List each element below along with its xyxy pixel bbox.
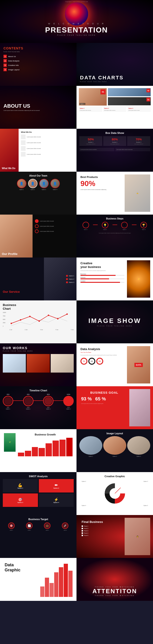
y-label-5: 10000 [3,312,9,313]
slide-imagelayout: Image Layout Option 1 Option 2 Option 3 [77,429,153,472]
ourprofile-title-wrapper: Our Profile [2,252,18,256]
service-option-2: Option 2 [66,278,74,280]
slide-image-options: 01 Option 1 02 03 [77,86,153,129]
boxdata-title: Box Data Show [79,132,150,134]
dg-bar-3 [50,583,54,597]
progress-label-2: Finance [80,277,124,278]
bizgrowth-title: Business Growth [18,433,73,436]
contents-text-3: Creative Info [8,64,19,66]
option-num-2: 02 [147,90,149,92]
bizsteps-title: Business Steps [79,217,150,220]
finalbiz-item-4: Point 4 [82,532,122,534]
service-option-label-1: Option 1 [69,275,74,276]
ourprofile-items: Lorem ipsum dolor sit amet Lorem ipsum d… [35,219,74,233]
bizgrowth-bars [18,438,73,456]
contents-text-1: About Us [8,56,16,58]
attention-sub: THANK YOU FOR WATCHING [92,595,137,596]
slide-ourservice: Our Service Option 1 Option 2 Option 3 [0,258,77,300]
aboutus-title: ABOUT US [4,103,40,109]
option-desc-text-3: Lorem ipsum dolor sit amet [128,110,150,111]
slide-datagraphic: Data Graphic [0,558,77,601]
slide-bestproducts: Best Products 90% Lorem ipsum dolor sit … [77,172,153,214]
steps-row: 👁 Option 1 💡 Option 2 ⚙ Option 3 🏆 Optio… [79,222,150,230]
tl-opt-1: Option 1 [6,408,10,410]
da-circle-2: 60% [88,358,95,365]
avatar-4: 👤 [51,179,60,188]
whatwedo-item-3: Lorem ipsum dolor sit amet [21,146,74,151]
tl-opt-4: Option 4 [66,408,71,410]
datagraphic-title: Data Graphic [5,562,37,572]
swot-t-label: Option 4 [54,502,59,503]
timeline-title: Timeline Chart [3,389,74,392]
bar-4 [39,448,45,456]
option-label-c: Option 3 [128,108,150,109]
ourprofile-right-panel: Lorem ipsum dolor sit amet Lorem ipsum d… [33,214,77,258]
avatar-1: 👤 [17,179,26,188]
il-labels: Option 1 Option 2 Option 3 [79,456,150,457]
ourworks-sub: PLACE YOUR TAGLINE HERE [3,350,74,352]
progress-3: Content [80,280,124,283]
avatar-img-3: 👤 [40,179,48,188]
swot-o-label: Option 3 [18,502,23,503]
hero-title-area: W E L C O M E T O O U R PRESENTATION PLA… [0,22,153,36]
ourprofile-left-panel: Our Profile [0,214,33,258]
step-2: 💡 Option 2 [99,222,111,230]
progress-bg-2 [80,278,124,279]
y-label-2: 2500 [3,322,9,324]
tl-item-1: 20% 2001 Option 1 [3,394,13,410]
option-label-1: Option 1 [80,103,85,105]
contents-text-2: Data Analysis [8,60,19,62]
target-icon-3: 💼 [44,522,51,529]
x-label-5: 5 Jan [71,329,74,330]
progress-fill-1 [80,275,116,276]
contents-num-2: 2 [4,59,7,62]
team-option-4: Option 4 [53,189,57,190]
bizchart-area: 10000 7500 5000 2500 0 1 Jan [3,312,74,330]
tl-percent-1: 20% [7,394,9,395]
aboutus-text: Lorem ipsum dolor sit amet consectetur a… [4,110,40,111]
option-desc-3: Option 3 Lorem ipsum dolor sit amet [127,107,151,112]
slide-creative: Creative your business Lorem ipsum dolor… [77,258,153,300]
box-stats: 50% Number 1 Lorem ipsum dolor sit 80% N… [79,136,150,146]
creative-progress-bars: Business Finance Content [80,273,124,283]
timeline-items: 20% 2001 Option 1 40% 2004 Option 2 80% [3,394,74,410]
slide-hero: Copyright © https://www.pptstore.net W E… [0,0,153,43]
bizsteps-desc: Lorem ipsum dolor sit amet consectetur a… [79,232,150,234]
svg-point-2 [29,316,31,317]
box-detail-2: Lorem ipsum dolor sit amet consectetur [115,148,150,151]
bestproducts-image: ✍ [125,174,150,212]
slide-dataanalysis: Data Analysis You Can Do Best Lorem ipsu… [77,343,153,386]
bestproducts-title: Best Products [80,176,123,178]
team-option-1: Option 1 [19,189,24,190]
swot-s: 💪 Option 1 [3,479,38,492]
tl-line-3 [54,400,63,401]
cg-opt-3: Option 3 [143,481,148,482]
dg-bar-7 [68,571,73,597]
dg-bar-2 [45,578,49,597]
tl-item-4: 100% 2014 Option 4 [63,394,74,410]
target-label-4: Label 4 [57,530,74,531]
service-option-label-2: Option 2 [69,278,74,280]
creative-graphic-area: Option 2 Option 3 Option 4 Option 5 [79,480,150,507]
bizgoal-title: BUSINESS GOAL [81,391,127,394]
finalbiz-content: Final Business Point 1 Point 2 Point 3 [79,518,125,555]
creative-image: ✨ [127,260,150,298]
bizgoal-image [129,389,150,426]
team-title: About Our Team [3,174,74,177]
bestproducts-left: Best Products 90% Lorem ipsum dolor sit … [79,174,125,212]
step-label-1: Option 1 [79,229,92,230]
ourprofile-image [0,214,33,258]
tl-percent-3: 80% [47,394,50,395]
step-4: 🏆 Option 4 [137,222,150,230]
contents-sublabel: PLACE YOUR TAGLINE HERE [4,51,73,52]
tl-circle-1 [3,396,13,406]
tl-opt-3: Option 3 [46,408,51,410]
slide-ourprofile: Our Profile Lorem ipsum dolor sit amet L… [0,214,77,258]
contents-label: CONTENTS [4,46,73,50]
bar-8 [66,438,73,456]
bar-5 [46,443,52,456]
option-label-b: Option 2 [104,108,125,109]
box-detail-1: Lorem ipsum dolor sit amet consectetur [79,148,114,151]
slide-finalbiz: Final Business Point 1 Point 2 Point 3 [77,515,153,558]
tl-opt-2: Option 2 [26,408,31,410]
